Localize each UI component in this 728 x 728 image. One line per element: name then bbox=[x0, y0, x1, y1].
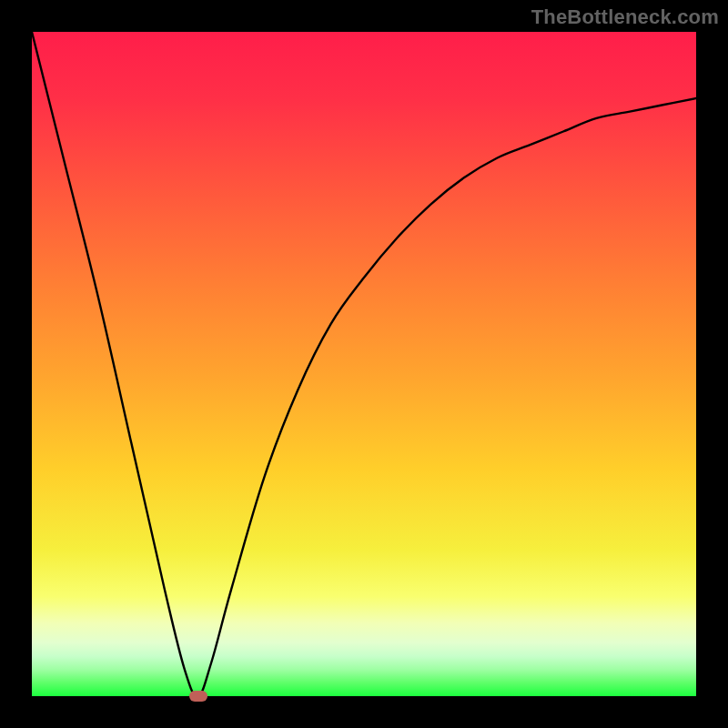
bottleneck-curve bbox=[32, 32, 696, 696]
minimum-marker bbox=[189, 691, 207, 702]
curve-svg bbox=[32, 32, 696, 696]
attribution-label: TheBottleneck.com bbox=[531, 5, 719, 29]
chart-frame: TheBottleneck.com bbox=[0, 0, 728, 728]
plot-area bbox=[32, 32, 696, 696]
